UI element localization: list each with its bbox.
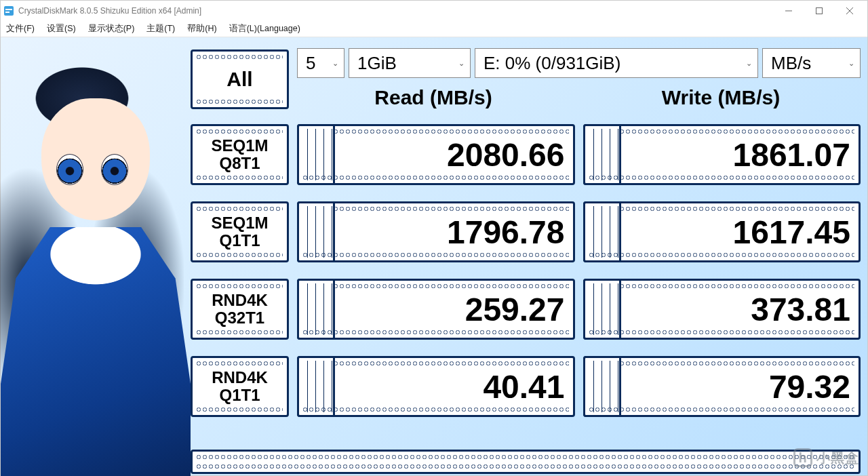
test-size-value: 1GiB — [357, 53, 397, 74]
write-value: 1861.07 — [623, 126, 851, 183]
svg-rect-0 — [4, 6, 14, 16]
read-value-cell: 1796.78 — [297, 201, 575, 262]
drive-value: E: 0% (0/931GiB) — [484, 53, 620, 74]
write-value: 1617.45 — [623, 203, 851, 260]
watermark: h 小黑盒 — [793, 448, 859, 467]
shizuku-character — [1, 37, 191, 475]
read-header: Read (MB/s) — [294, 86, 573, 113]
svg-rect-4 — [816, 8, 822, 14]
run-all-button[interactable]: All — [191, 49, 289, 109]
app-icon — [3, 5, 14, 16]
write-value-cell: 1617.45 — [583, 201, 861, 262]
result-row: SEQ1MQ1T11796.781617.45 — [191, 201, 861, 262]
test-label: RND4KQ1T1 — [193, 358, 287, 415]
minimize-button[interactable] — [773, 1, 804, 20]
close-button[interactable] — [834, 1, 865, 20]
chevron-down-icon: ⌄ — [848, 59, 854, 68]
menu-settings[interactable]: 设置(S) — [47, 23, 76, 35]
write-value-cell: 79.32 — [583, 356, 861, 417]
watermark-icon: h — [793, 448, 812, 467]
write-value-cell: 373.81 — [583, 279, 861, 340]
minimize-icon — [785, 7, 792, 14]
controls-row: 5 ⌄ 1GiB ⌄ E: 0% (0/931GiB) ⌄ MB/s ⌄ — [297, 48, 861, 78]
read-value-cell: 2080.66 — [297, 124, 575, 185]
column-headers: Read (MB/s) Write (MB/s) — [294, 86, 861, 113]
test-button-1[interactable]: SEQ1MQ1T1 — [191, 201, 289, 262]
write-value: 79.32 — [623, 358, 851, 415]
main-grid: All 5 ⌄ 1GiB ⌄ E: 0% (0/931GiB) ⌄ — [191, 48, 861, 469]
run-all-label: All — [193, 52, 287, 107]
window-title: CrystalDiskMark 8.0.5 Shizuku Edition x6… — [18, 6, 773, 16]
window-controls — [773, 1, 865, 20]
app-window: CrystalDiskMark 8.0.5 Shizuku Edition x6… — [0, 0, 868, 476]
svg-rect-2 — [5, 12, 9, 13]
results-grid: SEQ1MQ8T12080.661861.07SEQ1MQ1T11796.781… — [191, 124, 861, 474]
write-header: Write (MB/s) — [581, 86, 861, 113]
read-value: 259.27 — [337, 281, 565, 338]
read-value: 2080.66 — [337, 126, 565, 183]
menu-theme[interactable]: 主题(T) — [146, 23, 175, 35]
maximize-icon — [816, 7, 823, 14]
test-count-value: 5 — [306, 53, 315, 74]
titlebar: CrystalDiskMark 8.0.5 Shizuku Edition x6… — [1, 1, 867, 21]
svg-rect-1 — [5, 9, 12, 10]
status-bar — [191, 450, 861, 474]
test-label: SEQ1MQ8T1 — [193, 126, 287, 183]
chevron-down-icon: ⌄ — [458, 59, 465, 68]
maximize-button[interactable] — [804, 1, 834, 20]
menu-help[interactable]: 帮助(H) — [187, 23, 216, 35]
menubar: 文件(F) 设置(S) 显示状态(P) 主题(T) 帮助(H) 语言(L)(La… — [1, 21, 867, 37]
test-label: SEQ1MQ1T1 — [193, 203, 287, 260]
chevron-down-icon: ⌄ — [746, 59, 752, 68]
menu-language[interactable]: 语言(L)(Language) — [229, 23, 300, 35]
result-row: RND4KQ32T1259.27373.81 — [191, 279, 861, 340]
menu-file[interactable]: 文件(F) — [6, 23, 35, 35]
menu-display[interactable]: 显示状态(P) — [88, 23, 135, 35]
write-value-cell: 1861.07 — [583, 124, 861, 185]
write-value: 373.81 — [623, 281, 851, 338]
test-button-2[interactable]: RND4KQ32T1 — [191, 279, 289, 340]
read-value-cell: 40.41 — [297, 356, 575, 417]
test-count-select[interactable]: 5 ⌄ — [297, 48, 344, 78]
test-button-3[interactable]: RND4KQ1T1 — [191, 356, 289, 417]
close-icon — [846, 7, 853, 14]
read-value: 1796.78 — [337, 203, 565, 260]
unit-value: MB/s — [771, 53, 811, 74]
result-row: SEQ1MQ8T12080.661861.07 — [191, 124, 861, 185]
test-label: RND4KQ32T1 — [193, 281, 287, 338]
test-button-0[interactable]: SEQ1MQ8T1 — [191, 124, 289, 185]
read-value-cell: 259.27 — [297, 279, 575, 340]
drive-select[interactable]: E: 0% (0/931GiB) ⌄ — [475, 48, 758, 78]
read-value: 40.41 — [337, 358, 565, 415]
chevron-down-icon: ⌄ — [332, 59, 338, 68]
result-row: RND4KQ1T140.4179.32 — [191, 356, 861, 417]
watermark-text: 小黑盒 — [816, 449, 859, 467]
unit-select[interactable]: MB/s ⌄ — [762, 48, 861, 78]
content-area: All 5 ⌄ 1GiB ⌄ E: 0% (0/931GiB) ⌄ — [1, 37, 867, 475]
test-size-select[interactable]: 1GiB ⌄ — [349, 48, 471, 78]
